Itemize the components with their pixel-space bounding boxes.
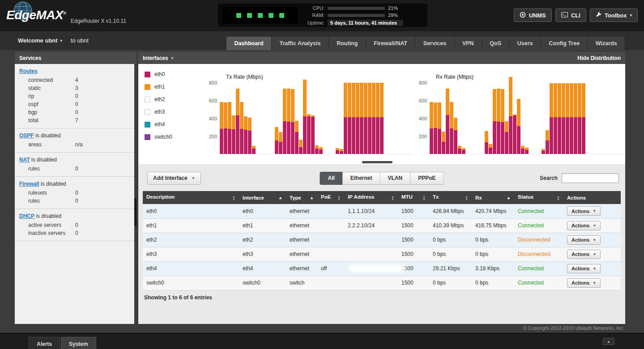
tab-vpn[interactable]: VPN [455, 37, 482, 50]
stacked-bar [570, 83, 573, 154]
port-led-panel [222, 7, 298, 24]
column-header-poe[interactable]: PoE▲▼ [317, 191, 344, 204]
legend-item-switch0[interactable]: switch0 [145, 134, 205, 140]
tab-traffic-analysis[interactable]: Traffic Analysis [272, 37, 329, 50]
tab-wizards[interactable]: Wizards [588, 37, 625, 50]
cell-description: switch0 [143, 276, 239, 290]
sidebar-link-routes[interactable]: Routes [19, 68, 38, 74]
cell-tx-rate: 0 bps [429, 233, 472, 247]
stacked-bar [236, 89, 239, 154]
actions-button[interactable]: Actions▼ [567, 221, 601, 230]
stacked-bar [380, 83, 384, 154]
sort-asc-icon: ▲ [507, 196, 511, 200]
sidebar-scrollbar-thumb[interactable] [134, 198, 136, 226]
search-input[interactable] [562, 173, 619, 183]
chart-horizontal-scrollbar[interactable] [362, 161, 392, 163]
column-header-ip-address[interactable]: IP Address▲▼ [344, 191, 398, 204]
add-interface-button[interactable]: Add Interface ▼ [147, 172, 201, 185]
stacked-bar [554, 83, 557, 154]
tab-config-tree[interactable]: Config Tree [541, 37, 588, 50]
stacked-bar [485, 131, 488, 154]
cell-description: eth0 [143, 204, 239, 218]
port-led-indicator [279, 13, 284, 18]
bar-segment-eth0 [582, 117, 585, 154]
stacked-bar [311, 115, 315, 154]
interfaces-table-body: eth0eth0ethernet1.1.1.10/241500426.84 Mb… [143, 204, 621, 290]
bar-slot [315, 72, 319, 154]
tab-services[interactable]: Services [415, 37, 454, 50]
filter-tab-vlan[interactable]: VLAN [380, 172, 411, 185]
sidebar-stat-row: areasn/a [15, 140, 136, 149]
cell-type: ethernet [286, 261, 317, 276]
column-header-type[interactable]: Type▲ [286, 191, 317, 204]
legend-label: switch0 [154, 134, 172, 140]
tab-dashboard[interactable]: Dashboard [226, 37, 272, 50]
actions-button[interactable]: Actions▼ [567, 250, 601, 259]
welcome-user-menu[interactable]: Welcome ubnt ▾ [18, 37, 62, 44]
stat-value: 7 [75, 117, 78, 123]
sidebar-scrollbar[interactable] [134, 64, 136, 324]
uptime-value: 5 days, 11 hours, 41 minutes [328, 20, 403, 26]
bar-slot [228, 72, 232, 154]
bar-segment-eth0 [578, 117, 581, 154]
alerts-tab[interactable]: Alerts [29, 337, 60, 349]
stacked-bar [517, 99, 520, 154]
tab-users[interactable]: Users [509, 37, 541, 50]
column-header-mtu[interactable]: MTU▲▼ [398, 191, 429, 204]
column-header-rx[interactable]: Rx▲ [472, 191, 514, 204]
unms-button[interactable]: UNMS [514, 9, 552, 22]
cell-ip-address [344, 247, 398, 261]
legend-item-eth0[interactable]: eth0 [145, 71, 205, 77]
stacked-bar [562, 83, 565, 154]
sidebar-stat-row: rules0 [15, 197, 136, 205]
interfaces-dropdown[interactable]: Interfaces ▾ [143, 55, 173, 61]
top-actions: UNMS CLI Toolbox ▾ [514, 9, 638, 22]
sidebar-link-nat[interactable]: NAT [19, 157, 30, 163]
collapse-up-button[interactable]: ▲ [603, 338, 614, 345]
actions-button[interactable]: Actions▼ [567, 206, 601, 216]
section-title: NAT is disabled [15, 157, 136, 163]
filter-tab-ethernet[interactable]: Ethernet [343, 172, 380, 185]
sidebar-link-firewall[interactable]: Firewall [19, 181, 39, 187]
hide-distribution-link[interactable]: Hide Distribution [577, 55, 621, 61]
bar-slot [340, 72, 344, 154]
system-tab[interactable]: System [61, 337, 96, 349]
legend-item-eth3[interactable]: eth3 [145, 109, 205, 115]
bar-segment-eth1 [240, 102, 243, 129]
legend-item-eth4[interactable]: eth4 [145, 121, 205, 128]
cell-status: Disconnected [514, 247, 563, 261]
column-header-interface[interactable]: Interface▲ [239, 191, 286, 204]
sidebar-link-ospf[interactable]: OSPF [19, 132, 34, 139]
actions-button[interactable]: Actions▼ [567, 278, 601, 288]
column-header-description[interactable]: Description▲▼ [143, 191, 239, 204]
cli-button[interactable]: CLI [555, 9, 586, 22]
stacked-bar [497, 89, 500, 154]
actions-button[interactable]: Actions▼ [567, 264, 601, 273]
bar-segment-eth1 [501, 89, 504, 122]
column-header-tx[interactable]: Tx▲▼ [429, 191, 472, 204]
legend-item-eth1[interactable]: eth1 [145, 84, 205, 90]
bar-segment-eth0 [232, 129, 235, 154]
tab-qos[interactable]: QoS [482, 37, 509, 50]
bar-segment-eth1 [360, 83, 363, 117]
column-header-status[interactable]: Status▲▼ [514, 191, 563, 204]
bar-slot [244, 72, 248, 154]
cell-type: ethernet [286, 218, 317, 233]
sidebar-link-dhcp[interactable]: DHCP [19, 213, 34, 219]
table-summary: Showing 1 to 6 of 6 entries [144, 294, 621, 301]
actions-button[interactable]: Actions▼ [567, 235, 601, 245]
bar-slot [220, 72, 224, 154]
sort-both-icon: ▲▼ [422, 196, 426, 201]
legend-item-eth2[interactable]: eth2 [145, 96, 205, 102]
stacked-bar [287, 89, 290, 154]
bar-segment-eth1 [578, 83, 581, 117]
filter-tab-pppoe[interactable]: PPPoE [410, 172, 444, 185]
cell-status: Connected [514, 204, 563, 218]
filter-tab-all[interactable]: All [320, 172, 342, 185]
cell-poe [317, 204, 344, 218]
bar-segment-eth1 [485, 131, 488, 142]
toolbox-button[interactable]: Toolbox ▾ [590, 9, 638, 22]
tab-routing[interactable]: Routing [329, 37, 366, 50]
tab-firewall-nat[interactable]: Firewall/NAT [366, 37, 416, 50]
cell-interface: eth1 [239, 218, 286, 233]
